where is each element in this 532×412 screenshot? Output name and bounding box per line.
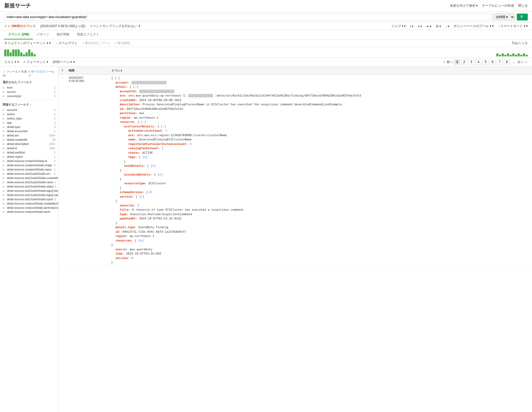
sidebar-item-resource-container-image[interactable]: a detail.resource.containerDetails.image… <box>0 163 58 167</box>
page-6-button[interactable]: 6 <box>490 59 496 65</box>
field-type-icon-detail-createdat: a <box>3 138 6 141</box>
json-collapse-resources[interactable]: [+] <box>138 239 144 242</box>
zoom-out-button[interactable]: －ズームアウト <box>55 41 77 45</box>
json-time: time: 2024-10-07T03:55:09Z <box>111 252 530 256</box>
event-bar-right: ジョブ ▾ | ≡ ➜ ⚙ ↓ ポリシーベースのプール ▾ ↑ スマートモード … <box>391 24 528 28</box>
tab-events[interactable]: イベント (298) <box>4 30 33 39</box>
sidebar-item-app[interactable]: a app 1 <box>0 120 58 125</box>
page-5-button[interactable]: 5 <box>483 59 489 65</box>
sidebar-item-resource-container-name[interactable]: a detail.resource.containerDetails.name … <box>0 167 58 172</box>
save-button[interactable]: 名前を付けて保存 ▾ <box>450 3 478 8</box>
sidebar-item-eks-arn[interactable]: a detail.resource.eksClusterDetails.arn … <box>0 172 58 176</box>
selected-fields-title: 選択されたフィールド <box>0 79 58 85</box>
sidebar-item-detail-partition[interactable]: a detail.partition 1 <box>0 150 58 155</box>
field-count-source: 2 <box>54 90 56 93</box>
sidebar-item-detail-accountid[interactable]: # detail.accountId 1 <box>0 129 58 133</box>
json-version: version: 0 <box>111 256 530 261</box>
field-name-eks-vpcid: detail.resource.eksClusterDetails.vpcId <box>7 198 53 201</box>
all-fields-button[interactable]: ≡ すべてのフィールド <box>28 70 56 78</box>
field-type-icon-detail-description: a <box>3 143 6 145</box>
divider1: | <box>410 24 413 28</box>
sidebar-item-resource-container-id[interactable]: a detail.resource.containerDetails.id 2 <box>0 159 58 163</box>
next-page-label[interactable]: 次へ ＞ <box>517 60 528 64</box>
sidebar-item-instance-az[interactable]: a detail.resource.instanceDetails.availa… <box>0 201 58 206</box>
json-arn-redacted: ████████ <box>188 94 213 97</box>
per-page-button[interactable]: 20件/ページ ▾ <box>52 60 74 64</box>
field-type-icon-action: a <box>3 113 6 116</box>
json-collapse-instance[interactable]: [+] <box>157 173 163 176</box>
json-collapse-service[interactable]: [+] <box>139 195 144 198</box>
sidebar-item-detail-description[interactable]: a detail.description 100+ <box>0 142 58 146</box>
json-collapse-detail[interactable]: [-] <box>133 85 138 89</box>
sidebar-item-source[interactable]: a source 2 <box>0 90 58 94</box>
search-button[interactable]: 🔍 <box>517 14 528 20</box>
json-instance-details: instanceDetails: { [+] <box>111 173 530 177</box>
sidebar-item-action-type[interactable]: a action_type 1 <box>0 116 58 120</box>
divider2: ≡ <box>418 24 422 28</box>
tab-patterns[interactable]: パターン <box>33 30 53 39</box>
sidebar-item-detail-region[interactable]: a detail.region 1 <box>0 155 58 159</box>
json-collapse-task[interactable]: [+] <box>150 164 156 168</box>
sidebar-item-detail-arn[interactable]: a detail.arn 100+ <box>0 133 58 138</box>
json-collapse-tags[interactable]: [+] <box>142 155 148 159</box>
list-view-button[interactable]: リスト ▾ <box>4 60 19 64</box>
sidebar-item-action[interactable]: a action 1 <box>0 112 58 116</box>
sidebar-item-instance-iamin[interactable]: a detail.resource.instanceDetails.iamIn <box>0 210 58 214</box>
sidebar-item-eks-tags-value[interactable]: a detail.resource.eksClusterDetails.tags… <box>0 193 58 197</box>
sidebar-item-detail-id[interactable]: a detail.id 100+ <box>0 146 58 150</box>
json-close-resources-brace: } <box>111 243 530 247</box>
sidebar-item-eks-name[interactable]: a detail.resource.eksClusterDetails.name… <box>0 180 58 184</box>
json-collapse-resource[interactable]: [-] <box>141 120 146 124</box>
page-8-button[interactable]: 8 <box>504 59 510 65</box>
tab-statistics[interactable]: 統計情報 <box>53 30 73 39</box>
sidebar-divider <box>0 100 58 100</box>
table-view-button[interactable]: テーブルビューの作成 <box>482 3 514 8</box>
sidebar-item-sourcetype[interactable]: a sourcetype 1 <box>0 94 58 98</box>
timeline-controls: タイムラインのフォーマット ▾ －ズームアウト ＋選択項目にズーム × 選択解除… <box>0 40 532 47</box>
field-count-resource-container-image: 1 <box>54 164 56 167</box>
sidebar-item-detail-createdat[interactable]: a detail.createdAt 53 <box>0 138 58 142</box>
field-name-eks-status: detail.resource.eksClusterDetails.status <box>7 185 54 188</box>
page-1-button[interactable]: 1 <box>454 59 460 65</box>
divider5: ↓ <box>445 24 449 28</box>
json-account-value-redacted: ██████████████ <box>131 81 167 84</box>
search-input[interactable] <box>4 14 490 20</box>
timeline-bar <box>20 52 22 57</box>
sidebar-item-eks-tags-key[interactable]: a detail.resource.eksClusterDetails.tags… <box>0 189 58 193</box>
time-range-select[interactable]: 全時間 ▾ <box>492 13 515 21</box>
field-type-icon-resource-container-id: a <box>3 160 6 163</box>
field-type-icon-resource-container-image: a <box>3 164 6 167</box>
field-type-icon-instance-az: a <box>3 202 6 205</box>
page-7-button[interactable]: 7 <box>497 59 503 65</box>
page-2-button[interactable]: 2 <box>461 59 467 65</box>
tab-visual-effects[interactable]: 視覚エフェクト <box>73 30 103 39</box>
sidebar-item-eks-vpcid[interactable]: a detail.resource.eksClusterDetails.vpcI… <box>0 197 58 201</box>
sidebar-item-host[interactable]: a host 1 <box>0 85 58 90</box>
sidebar-item-eks-status[interactable]: a detail.resource.eksClusterDetails.stat… <box>0 184 58 189</box>
expand-icon[interactable]: › <box>59 75 66 266</box>
json-collapse-ecs[interactable]: [-] <box>161 125 166 128</box>
timeline-bar <box>526 55 528 56</box>
sidebar-item-detail-type[interactable]: a detail-type 2 <box>0 125 58 129</box>
smart-mode-button[interactable]: ↑ スマートモード ▾ <box>498 24 528 28</box>
close-button[interactable]: 閉じる <box>518 3 528 8</box>
json-accountid: accountId: ██████████████ <box>111 89 530 94</box>
sidebar-item-account[interactable]: # account 1 <box>0 108 58 112</box>
sidebar-item-eks-createdat[interactable]: # detail.resource.eksClusterDetails.crea… <box>0 176 58 180</box>
page-4-button[interactable]: 4 <box>475 59 481 65</box>
hide-fields-button[interactable]: ＜ フィールド非表示 <box>3 70 28 78</box>
timeline-format-button[interactable]: タイムラインのフォーマット ▾ <box>4 41 51 45</box>
sidebar-item-instance-iam-arn[interactable]: a detail.resource.instanceDetails.iamIns… <box>0 206 58 210</box>
jobs-button[interactable]: ジョブ ▾ <box>391 24 406 28</box>
page-3-button[interactable]: 3 <box>468 59 475 65</box>
field-name-detail-region: detail.region <box>7 155 23 158</box>
sidebar: ＜ フィールド非表示 ≡ すべてのフィールド 選択されたフィールド a host… <box>0 66 59 412</box>
top-header: 新規サーチ 名前を付けて保存 ▾ テーブルビューの作成 閉じる <box>0 0 532 12</box>
timeline-bar <box>518 53 520 56</box>
json-collapse-root[interactable]: [-] <box>115 76 120 80</box>
events-table: i 時間 イベント › 2024/10/07 4:18:20.000 { [-]… <box>59 66 532 412</box>
table-header: i 時間 イベント <box>59 66 532 75</box>
policy-pool-button[interactable]: ポリシーベースのプール ▾ <box>454 24 494 28</box>
format-button[interactable]: ✓ フォーマット <box>23 60 48 64</box>
event-sampling-button[interactable]: イベントサンプリングを行わない ▾ <box>90 24 140 28</box>
